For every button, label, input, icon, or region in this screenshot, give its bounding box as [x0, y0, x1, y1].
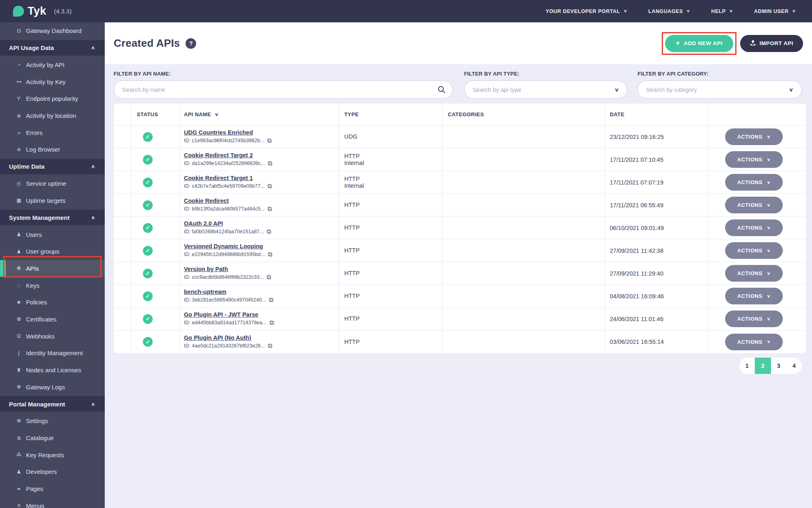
header-api-name[interactable]: API NAME ∨: [180, 104, 339, 125]
sidebar-item[interactable]: ⁂ Key Requests ∧: [0, 446, 105, 463]
actions-button[interactable]: ACTIONS ∨: [725, 265, 783, 282]
actions-button[interactable]: ACTIONS ∨: [725, 334, 783, 350]
top-menu-item[interactable]: LANGUAGES ∨: [648, 9, 690, 14]
sidebar-item[interactable]: ⚒ Settings ∧: [0, 412, 105, 430]
sidebar-item[interactable]: ◔ Activity by API ∧: [0, 56, 105, 74]
sidebar-item[interactable]: ◴ Service uptime ∧: [0, 175, 105, 192]
actions-button[interactable]: ACTIONS ∨: [725, 219, 783, 236]
api-id: ID: fa0b0268b4124faa70e151a87... ⧉: [184, 228, 271, 235]
chevron-down-icon: ∨: [767, 339, 771, 344]
sidebar-item[interactable]: ∫ Identity Management ∧: [0, 345, 105, 362]
sidebar-item-label: Uptime targets: [26, 197, 66, 204]
version-label: (4.3.3): [54, 8, 71, 15]
copy-icon[interactable]: ⧉: [268, 205, 272, 213]
filter-category-label: FILTER BY API CATEGORY:: [637, 71, 802, 77]
sidebar-item[interactable]: Ω Webhooks ∧: [0, 328, 105, 345]
sidebar-item[interactable]: ∴ Keys ∧: [0, 277, 105, 294]
api-name-link[interactable]: Cookie Redirect: [184, 198, 229, 204]
api-name-cell: Go Plugin API (No Auth) ID: 4ae0dc21a291…: [180, 330, 339, 353]
actions-button[interactable]: ACTIONS ∨: [725, 242, 783, 259]
page-button[interactable]: 1: [739, 358, 755, 374]
actions-button[interactable]: ACTIONS ∨: [725, 128, 783, 145]
sidebar-item[interactable]: ▦ Uptime targets ∧: [0, 192, 105, 209]
sidebar-item[interactable]: Uptime Data ∧: [0, 159, 105, 174]
top-menu-item[interactable]: HELP ∨: [711, 9, 733, 14]
api-name-link[interactable]: Go Plugin API (No Auth): [184, 334, 251, 341]
sidebar-item[interactable]: ❧ Pages ∧: [0, 480, 105, 497]
api-name-link[interactable]: Cookie Redirect Target 2: [184, 152, 253, 158]
sidebar-item[interactable]: ✿ Certificates ∧: [0, 311, 105, 328]
import-api-button[interactable]: IMPORT API: [740, 35, 803, 52]
sidebar-item[interactable]: ♟ User groups ∧: [0, 243, 105, 260]
copy-icon[interactable]: ⧉: [267, 137, 272, 144]
actions-cell: ACTIONS ∨: [708, 308, 806, 330]
api-name-search-input[interactable]: [114, 80, 453, 99]
status-ok-icon: ✓: [143, 200, 153, 210]
sidebar-item[interactable]: ≣ Catalogue ∧: [0, 430, 105, 447]
api-name-link[interactable]: bench-uptream: [184, 289, 227, 295]
sidebar-item[interactable]: ⚙ APIs ∧: [0, 260, 105, 277]
copy-icon[interactable]: ⧉: [270, 319, 274, 326]
table-header-row: STATUS API NAME ∨ TYPE CATEGORIES DATE: [114, 104, 806, 126]
sidebar-item[interactable]: ⊡ Gateway Dashboard ∧: [0, 22, 105, 39]
api-type-select[interactable]: Search by api type ∨: [464, 80, 628, 99]
sidebar-item-label: Gateway Logs: [26, 384, 65, 391]
top-menu-label: LANGUAGES: [648, 9, 683, 14]
pagination: 1 2 3 4: [739, 358, 802, 374]
sidebar-item-label: Log Browser: [26, 146, 60, 153]
categories-cell: [443, 194, 605, 216]
api-name-link[interactable]: Versioned Dynamic Looping: [184, 243, 263, 250]
copy-icon[interactable]: ⧉: [267, 228, 271, 235]
sidebar-item[interactable]: ⊕ Activity by location ∧: [0, 107, 105, 124]
api-name-link[interactable]: OAuth 2.0 API: [184, 220, 223, 227]
sidebar-item[interactable]: System Management ∧: [0, 210, 105, 225]
page-button[interactable]: 2: [755, 358, 771, 374]
sidebar-item[interactable]: Portal Management ∧: [0, 396, 105, 412]
api-name-link[interactable]: Cookie Redirect Target 1: [184, 175, 253, 181]
actions-button[interactable]: ACTIONS ∨: [725, 174, 783, 191]
sidebar-item[interactable]: ✢ Log Browser ∧: [0, 141, 105, 158]
sidebar-item-icon: ◴: [15, 181, 22, 187]
actions-button[interactable]: ACTIONS ∨: [725, 288, 783, 304]
actions-button[interactable]: ACTIONS ∨: [725, 197, 783, 213]
actions-button[interactable]: ACTIONS ∨: [725, 151, 783, 168]
copy-icon[interactable]: ⧉: [269, 296, 273, 304]
sidebar-item[interactable]: ♟ Users ∧: [0, 226, 105, 243]
sidebar-item-label: Activity by location: [26, 112, 76, 119]
sidebar-item[interactable]: ≡ Menus ∧: [0, 497, 105, 508]
chevron-down-icon: ∨: [730, 9, 733, 13]
sidebar-item[interactable]: ϒ Endpoint popularity ∧: [0, 90, 105, 107]
copy-icon[interactable]: ⧉: [268, 160, 272, 167]
sidebar-item-label: Uptime Data: [9, 163, 45, 170]
api-name-link[interactable]: Version by Path: [184, 266, 228, 272]
type-cell: HTTP: [339, 194, 443, 216]
actions-button[interactable]: ACTIONS ∨: [725, 310, 783, 327]
add-new-api-button[interactable]: + ADD NEW API: [665, 35, 733, 52]
top-bar: Tyk (4.3.3) YOUR DEVELOPER PORTAL ∨ LANG…: [0, 0, 812, 22]
api-name-link[interactable]: UDG Countries Enriched: [184, 129, 253, 136]
sidebar-item[interactable]: API Usage Data ∧: [0, 40, 105, 56]
copy-icon[interactable]: ⧉: [268, 251, 272, 258]
sidebar-item[interactable]: ❖ Policies ∧: [0, 294, 105, 311]
api-category-select[interactable]: Search by category ∨: [637, 80, 802, 99]
top-menu-item[interactable]: YOUR DEVELOPER PORTAL ∨: [546, 9, 627, 14]
sidebar-item-icon: ▦: [15, 198, 22, 203]
page-button[interactable]: 3: [771, 358, 786, 374]
status-cell: ✓: [132, 217, 180, 239]
copy-icon[interactable]: ⧉: [268, 342, 272, 350]
sidebar-item[interactable]: ◒ Errors ∧: [0, 124, 105, 141]
api-name-link[interactable]: Go Plugin API - JWT Parse: [184, 311, 258, 318]
tyk-logo[interactable]: Tyk (4.3.3): [13, 5, 71, 17]
sidebar-item-label: Activity by Key: [26, 78, 66, 85]
sidebar-item-icon: ⊕: [15, 113, 22, 119]
sidebar-item[interactable]: ♜ Nodes and Licenses ∧: [0, 362, 105, 379]
page-button[interactable]: 4: [786, 358, 802, 374]
top-menu-item[interactable]: ADMIN USER ∨: [754, 9, 796, 14]
help-icon[interactable]: ?: [186, 38, 196, 49]
sidebar-item[interactable]: ❉ Gateway Logs ∧: [0, 378, 105, 395]
categories-cell: [443, 285, 605, 307]
copy-icon[interactable]: ⧉: [267, 274, 271, 281]
sidebar-item[interactable]: ♟ Developers ∧: [0, 463, 105, 480]
copy-icon[interactable]: ⧉: [268, 182, 272, 190]
sidebar-item[interactable]: ⊶ Activity by Key ∧: [0, 73, 105, 90]
